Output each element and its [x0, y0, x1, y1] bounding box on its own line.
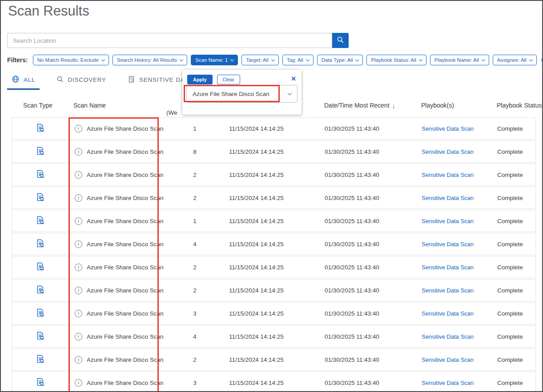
filter-pill[interactable]: Data Type: All — [317, 55, 363, 65]
close-icon[interactable]: ✕ — [291, 76, 296, 82]
scan-type-cell — [12, 285, 68, 296]
filter-pill[interactable]: Scan Name: 1 — [191, 55, 238, 65]
table-row[interactable]: i Azure File Share Disco Scan 2 11/15/20… — [12, 164, 536, 186]
playbook-link[interactable]: Sensitive Data Scan — [422, 380, 474, 386]
playbook-cell: Sensitive Data Scan — [415, 218, 493, 224]
scan-type-icon[interactable] — [36, 123, 45, 134]
filter-pill[interactable]: Playbook Name: All — [430, 55, 489, 65]
info-icon[interactable]: i — [75, 379, 82, 387]
scan-type-icon[interactable] — [36, 354, 45, 365]
date-first-cell: 11/15/2024 14:14:25 — [206, 172, 308, 178]
header-date-most-recent[interactable]: Date/Time Most Recent ↓ — [308, 102, 414, 109]
playbook-link[interactable]: Sensitive Data Scan — [422, 356, 474, 363]
table-row[interactable]: i Azure File Share Disco Scan 2 11/15/20… — [12, 348, 536, 371]
header-scan-name[interactable]: Scan Name — [68, 102, 183, 109]
date-recent-cell: 01/30/2025 11:43:40 — [308, 195, 415, 201]
header-playbook-status[interactable]: Playbook Status — [492, 102, 542, 109]
scan-type-icon[interactable] — [36, 146, 45, 157]
playbook-cell: Sensitive Data Scan — [415, 356, 493, 363]
scan-name-cell: i Azure File Share Disco Scan — [68, 333, 184, 340]
playbook-link[interactable]: Sensitive Data Scan — [422, 172, 474, 178]
scan-name-text: Azure File Share Disco Scan — [87, 148, 164, 155]
info-icon[interactable]: i — [75, 125, 82, 132]
scan-type-icon[interactable] — [36, 377, 45, 388]
date-first-cell: 11/15/2024 14:14:25 — [206, 380, 308, 386]
filter-pill-label: Search History: All Results — [117, 57, 177, 63]
playbook-link[interactable]: Sensitive Data Scan — [422, 333, 474, 340]
scan-type-icon[interactable] — [36, 192, 45, 203]
filter-pill[interactable]: Playbook Status: All — [366, 55, 426, 65]
filter-pill[interactable]: Target: All — [241, 55, 279, 65]
tab-all[interactable]: ALL — [7, 71, 40, 90]
info-icon[interactable]: i — [75, 240, 82, 248]
scan-type-cell — [12, 169, 68, 180]
scan-name-select[interactable]: Azure File Share Disco Scan — [186, 85, 298, 103]
table-row[interactable]: i Azure File Share Disco Scan 3 11/15/20… — [12, 302, 536, 324]
table-row[interactable]: i Azure File Share Disco Scan 1 11/15/20… — [12, 210, 536, 232]
info-icon[interactable]: i — [75, 194, 82, 202]
info-icon[interactable]: i — [75, 356, 82, 364]
sort-descending-icon[interactable]: ↓ — [392, 102, 396, 109]
date-first-cell: 11/15/2024 14:14:25 — [206, 241, 308, 248]
info-icon[interactable]: i — [75, 148, 82, 156]
table-row[interactable]: i Azure File Share Disco Scan 1 11/15/20… — [12, 117, 536, 140]
table-row[interactable]: i Azure File Share Disco Scan 2 11/15/20… — [12, 279, 536, 301]
scan-type-cell — [12, 308, 68, 319]
playbook-link[interactable]: Sensitive Data Scan — [422, 218, 474, 224]
info-icon[interactable]: i — [75, 264, 82, 271]
playbook-link[interactable]: Sensitive Data Scan — [422, 241, 474, 248]
filter-pill[interactable]: Search History: All Results — [113, 55, 188, 65]
chevron-down-icon — [529, 57, 532, 61]
header-playbooks[interactable]: Playbook(s) — [414, 102, 492, 109]
playbook-link[interactable]: Sensitive Data Scan — [422, 148, 474, 155]
count-cell: 2 — [184, 287, 206, 294]
scan-type-cell — [12, 216, 68, 226]
filter-pill-label: Tag: All — [287, 57, 303, 63]
scan-name-filter-popup: Apply Clear ✕ Azure File Share Disco Sca… — [182, 70, 302, 115]
info-icon[interactable]: i — [75, 287, 82, 294]
scan-name-text: Azure File Share Disco Scan — [87, 264, 164, 271]
filter-pill[interactable]: No Match Results: Exclude — [33, 55, 109, 65]
playbook-link[interactable]: Sensitive Data Scan — [422, 125, 474, 132]
scan-type-icon[interactable] — [36, 285, 45, 296]
table-row[interactable]: i Azure File Share Disco Scan 4 11/15/20… — [12, 233, 536, 255]
filter-pill[interactable]: Assignee: All — [493, 55, 537, 65]
info-icon[interactable]: i — [75, 333, 82, 340]
sensitive-data-icon — [128, 76, 135, 84]
table-row[interactable]: i Azure File Share Disco Scan 2 11/15/20… — [12, 187, 536, 209]
playbook-link[interactable]: Sensitive Data Scan — [422, 195, 474, 201]
scan-name-text: Azure File Share Disco Scan — [87, 333, 164, 340]
scan-name-text: Azure File Share Disco Scan — [87, 380, 164, 386]
table-row[interactable]: i Azure File Share Disco Scan 8 11/15/20… — [12, 140, 536, 163]
search-button[interactable] — [332, 33, 349, 48]
scan-results-page: Scan Results Filters: No Match Results: … — [0, 0, 543, 392]
apply-button[interactable]: Apply — [187, 75, 213, 84]
table-row[interactable]: i Azure File Share Disco Scan 4 11/15/20… — [12, 325, 536, 348]
date-first-cell: 11/15/2024 14:14:25 — [206, 287, 308, 294]
scan-type-icon[interactable] — [36, 239, 45, 249]
scan-type-icon[interactable] — [36, 308, 45, 319]
table-row[interactable]: i Azure File Share Disco Scan 3 11/15/20… — [12, 372, 536, 392]
filter-pills: No Match Results: Exclude Search History… — [33, 55, 537, 65]
scan-name-cell: i Azure File Share Disco Scan — [68, 125, 184, 132]
scan-name-select-value: Azure File Share Disco Scan — [193, 91, 269, 97]
info-icon[interactable]: i — [75, 171, 82, 179]
scan-type-icon[interactable] — [36, 331, 45, 342]
playbook-link[interactable]: Sensitive Data Scan — [422, 310, 474, 317]
clear-button[interactable]: Clear — [217, 75, 240, 84]
info-icon[interactable]: i — [75, 310, 82, 317]
tab-discovery[interactable]: DISCOVERY — [52, 71, 110, 90]
date-recent-cell: 01/30/2025 11:43:40 — [308, 218, 415, 224]
clear-all-filters-link[interactable]: Clear All — [541, 57, 543, 63]
scan-type-icon[interactable] — [36, 216, 45, 226]
scan-type-icon[interactable] — [36, 169, 45, 180]
table-row[interactable]: i Azure File Share Disco Scan 2 11/15/20… — [12, 256, 536, 278]
playbook-link[interactable]: Sensitive Data Scan — [422, 287, 474, 294]
playbook-link[interactable]: Sensitive Data Scan — [422, 264, 474, 271]
scan-type-icon[interactable] — [36, 262, 45, 272]
header-scan-type[interactable]: Scan Type — [12, 102, 68, 109]
search-input[interactable] — [7, 33, 332, 48]
info-icon[interactable]: i — [75, 217, 82, 225]
date-recent-cell: 01/30/2025 11:43:40 — [308, 380, 415, 386]
filter-pill[interactable]: Tag: All — [282, 55, 314, 65]
